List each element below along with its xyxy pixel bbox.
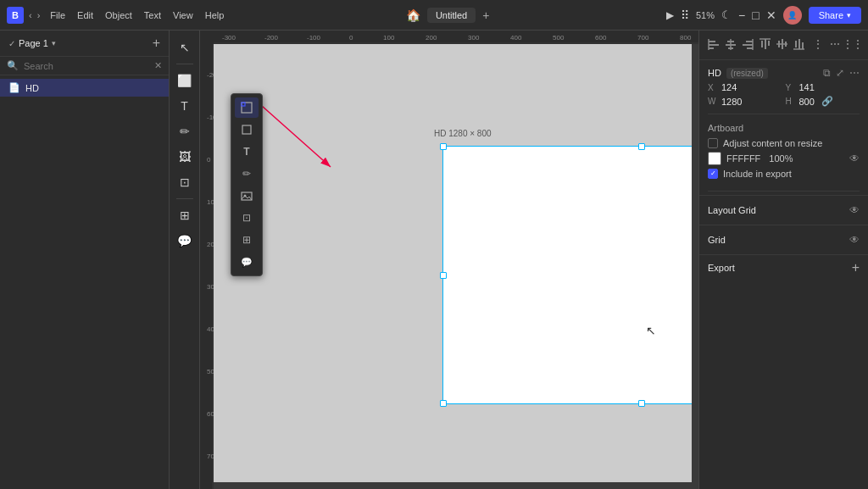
svg-rect-43 <box>709 47 714 49</box>
w-label: W <box>708 97 718 106</box>
main-layout: ✓ Page 1 ▾ + 🔍 ✕ 📄 HD ↖ ⬜ T ✏ 🖼 ⊡ ⊞ 💬 <box>0 31 868 489</box>
include-export-label: Include in export <box>723 169 792 179</box>
align-top-icon[interactable] <box>757 36 771 53</box>
y-field[interactable]: Y 141 <box>786 82 860 92</box>
align-left-icon[interactable] <box>706 36 721 53</box>
play-icon[interactable]: ▶ <box>666 9 674 21</box>
fill-color-row: FFFFFF 100% 👁 <box>708 152 860 165</box>
copy-link-icon[interactable]: ⧉ <box>823 67 831 79</box>
clear-search-icon[interactable]: ✕ <box>154 60 162 71</box>
canvas-area[interactable]: -300 -200 -100 0 100 200 300 400 500 600… <box>200 31 698 489</box>
svg-rect-51 <box>747 47 753 49</box>
fill-color-swatch[interactable] <box>708 152 721 165</box>
align-right-icon[interactable] <box>740 36 754 53</box>
layer-item[interactable]: 📄 HD <box>0 79 169 97</box>
align-middle-v-icon[interactable] <box>774 36 788 53</box>
w-field[interactable]: W 1280 <box>708 96 782 107</box>
grid-label: Grid <box>708 235 726 245</box>
more-icon[interactable]: ⋯ <box>849 67 860 79</box>
svg-rect-38 <box>242 125 251 134</box>
pen-tool[interactable]: ✏ <box>173 119 197 143</box>
distribute-v-icon[interactable]: ⋯ <box>827 36 842 53</box>
vertical-scrollbar[interactable] <box>692 44 698 482</box>
current-tab[interactable]: Untitled <box>427 8 476 23</box>
x-field[interactable]: X 124 <box>708 82 782 92</box>
svg-text:-200: -200 <box>264 34 279 42</box>
layout-grid-eye-icon[interactable]: 👁 <box>849 204 860 216</box>
lock-ratio-icon[interactable]: 🔗 <box>821 96 833 107</box>
comment-tool[interactable]: 💬 <box>173 229 197 253</box>
nav-text[interactable]: Text <box>139 8 166 22</box>
nav-view[interactable]: View <box>168 8 198 22</box>
component-tool[interactable]: ⊡ <box>173 170 197 194</box>
grid-eye-icon[interactable]: 👁 <box>849 234 860 246</box>
handle-tl[interactable] <box>440 143 447 150</box>
adjust-content-checkbox[interactable] <box>708 138 718 148</box>
nav-edit[interactable]: Edit <box>72 8 98 22</box>
layers-list: 📄 HD <box>0 75 169 489</box>
inline-pen-tool[interactable]: ✏ <box>235 164 259 184</box>
image-tool[interactable]: 🖼 <box>173 145 197 169</box>
tool-separator-2 <box>176 198 193 199</box>
top-bar: B ‹ › File Edit Object Text View Help 🏠 … <box>0 0 868 31</box>
move-tool[interactable]: ↖ <box>173 36 197 59</box>
nav-help[interactable]: Help <box>200 8 230 22</box>
dark-mode-icon[interactable]: ☾ <box>721 8 732 21</box>
layout-grid-row: Layout Grid 👁 <box>708 201 860 219</box>
frame-tool[interactable]: ⬜ <box>173 69 197 92</box>
handle-bl[interactable] <box>440 400 447 407</box>
nav-file[interactable]: File <box>45 8 70 22</box>
grid-view-icon[interactable]: ⠿ <box>681 8 689 22</box>
include-export-row: ✓ Include in export <box>708 169 860 179</box>
svg-text:600: 600 <box>207 410 214 418</box>
page-name[interactable]: ✓ Page 1 ▾ <box>8 38 56 48</box>
inline-image-tool[interactable] <box>235 186 259 206</box>
h-field[interactable]: H 800 🔗 <box>786 96 860 107</box>
inline-component-tool[interactable]: ⊡ <box>235 208 259 228</box>
fill-eye-icon[interactable]: 👁 <box>849 153 860 164</box>
nav-object[interactable]: Object <box>100 8 137 22</box>
add-tab-btn[interactable]: + <box>482 8 489 22</box>
svg-text:-100: -100 <box>207 114 214 121</box>
handle-bm[interactable] <box>638 400 645 407</box>
svg-rect-49 <box>746 41 753 42</box>
minimize-icon[interactable]: − <box>738 8 745 22</box>
add-page-button[interactable]: + <box>153 36 160 51</box>
inline-text-tool[interactable]: T <box>235 142 259 162</box>
y-value: 141 <box>799 82 815 92</box>
search-input[interactable] <box>24 61 149 71</box>
inline-frame-tool[interactable] <box>235 97 259 118</box>
svg-text:300: 300 <box>207 283 214 291</box>
close-icon[interactable]: ✕ <box>766 8 776 22</box>
inline-grid-tool-2[interactable]: ⊞ <box>235 230 259 250</box>
align-row-top: ⋮ ⋯ ⋮⋮ <box>706 36 861 53</box>
home-icon[interactable]: 🏠 <box>406 8 420 22</box>
expand-icon[interactable]: ⤢ <box>836 67 844 79</box>
nav-menu: File Edit Object Text View Help <box>45 8 229 22</box>
align-bottom-icon[interactable] <box>791 36 805 53</box>
grid-row: Grid 👁 <box>708 231 860 249</box>
nav-forward[interactable]: › <box>37 10 41 20</box>
inline-rect-tool[interactable] <box>235 119 259 140</box>
include-export-checkbox[interactable]: ✓ <box>708 169 718 179</box>
artboard[interactable] <box>442 146 698 404</box>
inline-comment-tool[interactable]: 💬 <box>235 252 259 272</box>
grid-tool[interactable]: ⊞ <box>173 203 197 227</box>
tool-bar: ↖ ⬜ T ✏ 🖼 ⊡ ⊞ 💬 <box>170 31 200 489</box>
maximize-icon[interactable]: □ <box>752 8 759 22</box>
horizontal-scrollbar[interactable] <box>214 482 698 489</box>
inline-toolbar-popup: T ✏ ⊡ ⊞ 💬 <box>231 93 263 276</box>
distribute-h-icon[interactable]: ⋮ <box>810 36 825 53</box>
canvas-viewport[interactable]: HD 1280 × 800 <box>214 44 698 489</box>
add-export-button[interactable]: + <box>852 260 860 275</box>
nav-back[interactable]: ‹ <box>29 10 32 20</box>
svg-text:500: 500 <box>207 368 214 375</box>
ruler-vertical: -200 -100 0 100 200 300 400 500 600 700 … <box>200 44 214 489</box>
more-align-icon[interactable]: ⋮⋮ <box>844 36 861 53</box>
align-center-h-icon[interactable] <box>723 36 737 53</box>
share-button[interactable]: Share ▾ <box>809 7 861 24</box>
handle-tm[interactable] <box>638 143 645 150</box>
handle-lm[interactable] <box>440 272 447 279</box>
text-tool[interactable]: T <box>173 94 197 118</box>
grid-section: Grid 👁 <box>699 225 868 254</box>
